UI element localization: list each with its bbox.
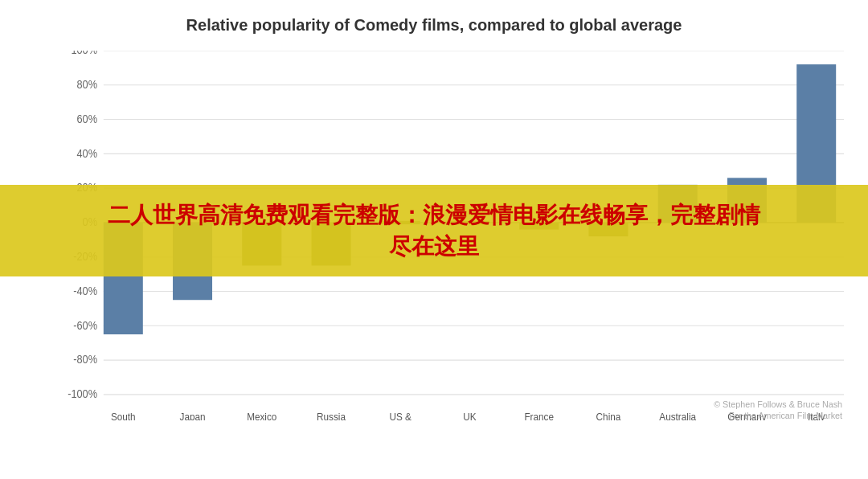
svg-text:-40%: -40% — [73, 285, 97, 297]
svg-text:UK: UK — [463, 411, 477, 420]
svg-text:France: France — [524, 411, 554, 420]
svg-text:40%: 40% — [76, 147, 97, 160]
svg-text:-80%: -80% — [73, 354, 97, 366]
svg-text:60%: 60% — [76, 113, 97, 125]
svg-text:China: China — [596, 411, 621, 420]
svg-text:Russia: Russia — [317, 411, 346, 420]
svg-text:South: South — [111, 411, 136, 420]
svg-text:-100%: -100% — [68, 388, 97, 401]
svg-text:Japan: Japan — [180, 411, 206, 420]
svg-text:-60%: -60% — [73, 319, 97, 332]
svg-text:Mexico: Mexico — [247, 411, 276, 420]
chart-title: Relative popularity of Comedy films, com… — [56, 16, 844, 35]
overlay-banner: 二人世界高清免费观看完整版：浪漫爱情电影在线畅享，完整剧情尽在这里 — [0, 185, 868, 276]
svg-text:Australia: Australia — [659, 411, 696, 420]
copyright-line2: For the American Film Market — [729, 410, 843, 420]
overlay-text: 二人世界高清免费观看完整版：浪漫爱情电影在线畅享，完整剧情尽在这里 — [16, 199, 852, 262]
svg-text:US &: US & — [390, 411, 412, 420]
svg-text:100%: 100% — [71, 51, 97, 56]
svg-text:80%: 80% — [76, 79, 97, 92]
copyright-line1: © Stephen Follows & Bruce Nash — [714, 399, 842, 410]
